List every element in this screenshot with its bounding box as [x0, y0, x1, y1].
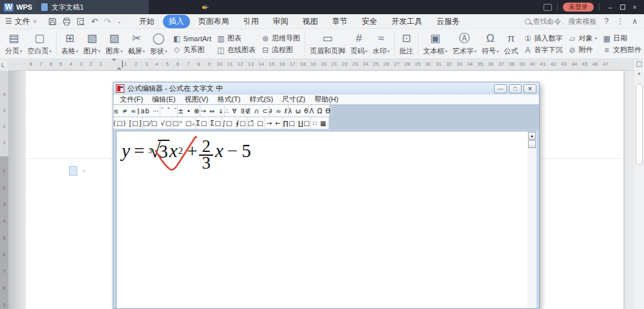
document-tab[interactable]: 文字文稿1 — [36, 0, 149, 14]
symbol-palette-1[interactable]: ≤ ≠ ≈ — [113, 105, 138, 117]
ribbon-item-table[interactable]: ⊞表格▾ — [59, 30, 81, 58]
redo-button[interactable]: ↷ — [104, 17, 111, 26]
equation-canvas[interactable]: y = 3√3x2 + 2 3 x − 5 — [116, 131, 527, 308]
tab-开发工具[interactable]: 开发工具 — [386, 15, 428, 28]
ribbon-item-insertnum[interactable]: ①插入数字 — [524, 33, 563, 43]
ribbon-item-smartart[interactable]: ◧SmartArt — [173, 34, 211, 43]
device-sync-icon[interactable] — [544, 4, 552, 11]
dialog-menu-F[interactable]: 文件(F) — [120, 95, 143, 104]
dialog-menu-V[interactable]: 视图(V) — [185, 95, 209, 104]
tab-审阅[interactable]: 审阅 — [267, 15, 294, 28]
onlinechart-icon: ◫ — [216, 46, 225, 55]
ribbon-item-comment[interactable]: ⊡批注 — [397, 30, 416, 58]
ribbon-item-relation[interactable]: ◇关系图 — [173, 45, 211, 55]
tab-引用[interactable]: 引用 — [238, 15, 265, 28]
dialog-minimize-button[interactable]: — — [494, 84, 507, 93]
tab-云服务[interactable]: 云服务 — [431, 15, 466, 28]
tab-开始[interactable]: 开始 — [133, 15, 160, 28]
tab-插入[interactable]: 插入 — [163, 15, 190, 28]
ribbon-item-pagebreak[interactable]: ▤分页▾ — [3, 30, 25, 58]
symbol-palette-6[interactable]: ∴ ∀ ∃ — [225, 105, 245, 117]
symbol-palette-4[interactable]: ± • ⊗ — [178, 105, 200, 117]
ribbon-item-formula[interactable]: π公式 — [502, 30, 521, 58]
template-palette-4[interactable]: Σ□ Σ□ — [196, 117, 222, 129]
ribbon-item-pagenum[interactable]: #页码▾ — [348, 30, 370, 58]
undo-button[interactable]: ↶ — [91, 17, 98, 26]
ribbon-item-onlinechart[interactable]: ◫在线图表 — [216, 45, 256, 55]
dialog-menu-T[interactable]: 格式(T) — [217, 95, 240, 104]
symbol-palette-2[interactable]: ⌊ab ⋯ — [138, 105, 161, 117]
main-scrollbar[interactable]: ▲ — [634, 60, 644, 309]
print-button[interactable] — [62, 17, 71, 26]
new-tab-button[interactable]: + — [198, 0, 214, 14]
wps-logo[interactable]: W WPS — [0, 0, 36, 14]
symbol-palette-8[interactable]: ∂ ∞ ℓ — [269, 105, 289, 117]
symbol-palette-3[interactable]: ´ ˆ ¨ — [160, 105, 178, 117]
dialog-title-bar[interactable]: 公式编辑器 - 公式在 文字文 中 — □ ✕ — [113, 82, 539, 95]
ribbon-item-headerfooter[interactable]: ▭页眉和页脚 — [307, 30, 348, 58]
dialog-menu-S[interactable]: 样式(S) — [249, 95, 273, 104]
dialog-menu-Z[interactable]: 尺寸(Z) — [282, 95, 305, 104]
vertical-ruler[interactable]: 123456789 4321 — [0, 71, 8, 309]
template-palette-7[interactable]: → ← — [265, 117, 283, 129]
file-menu-button[interactable]: ☰ 文件 ∨ — [0, 16, 42, 27]
tab-章节[interactable]: 章节 — [327, 15, 354, 28]
template-palette-2[interactable]: □⁄□ √□ — [143, 117, 173, 129]
login-badge[interactable]: 未登录 — [563, 3, 594, 12]
tab-视图[interactable]: 视图 — [297, 15, 324, 28]
more-options-button[interactable]: ⋮ — [616, 17, 624, 26]
ribbon-item-attach[interactable]: ⊘附件 — [568, 45, 598, 55]
save-button[interactable] — [48, 17, 57, 26]
ribbon-item-shapes[interactable]: ◯形状▾ — [147, 30, 170, 58]
template-palette-9[interactable]: ∷ ▦ — [311, 117, 329, 129]
ruler-toggle-icon[interactable] — [636, 61, 642, 67]
dialog-menu-H[interactable]: 帮助(H) — [314, 95, 338, 104]
maximize-button[interactable] — [617, 2, 628, 12]
symbol-palette-10[interactable]: Λ Ω Θ — [309, 105, 332, 117]
template-palette-8[interactable]: ∏□ ∐□ — [283, 117, 311, 129]
dialog-close-button[interactable]: ✕ — [524, 84, 536, 93]
ribbon-item-gallery[interactable]: ▨图库▾ — [103, 30, 126, 58]
dialog-scrollbar-thumb[interactable] — [528, 140, 536, 148]
ribbon-item-dropcap[interactable]: A首字下沉 — [524, 45, 563, 55]
scroll-up-icon[interactable]: ▲ — [634, 71, 644, 75]
dialog-scrollbar[interactable]: ▲ — [527, 131, 536, 308]
dialog-maximize-button[interactable]: □ — [509, 84, 522, 93]
dialog-menu-E[interactable]: 编辑(E) — [152, 95, 176, 104]
tab-页面布局[interactable]: 页面布局 — [193, 15, 235, 28]
search-command-box[interactable]: 查找命令、搜索模板 — [525, 17, 597, 26]
qat-more-button[interactable]: ⌄ — [117, 18, 122, 24]
ribbon-item-textbox[interactable]: ▣文本框▾ — [421, 30, 450, 58]
symbol-palette-9[interactable]: λ ω θ — [289, 105, 310, 117]
ribbon-item-watermark[interactable]: ≈水印▾ — [370, 30, 393, 58]
ribbon-item-symbol[interactable]: Ω符号▾ — [479, 30, 502, 58]
symbol-palette-7[interactable]: ∉ ∩ ⊂ — [245, 105, 269, 117]
template-palette-3[interactable]: □ⁿ □ₙ — [173, 117, 196, 129]
ribbon-item-object[interactable]: ▱对象▾ — [568, 33, 598, 43]
ribbon-item-flowchart[interactable]: ⊟流程图 — [261, 45, 300, 55]
insert-helper-icon[interactable] — [69, 166, 77, 176]
dialog-scroll-up-icon[interactable]: ▲ — [528, 132, 536, 140]
close-button[interactable]: × — [629, 2, 640, 12]
tabstop-icon[interactable]: L — [1, 62, 5, 68]
ribbon-item-chart[interactable]: ▥图表 — [216, 33, 256, 43]
tab-安全[interactable]: 安全 — [356, 15, 383, 28]
help-button[interactable]: ? — [605, 17, 609, 26]
ribbon-item-blankpage[interactable]: ▢空白页▾ — [25, 30, 55, 58]
ribbon-item-picture[interactable]: ▧图片▾ — [81, 30, 104, 58]
template-palette-1[interactable]: (□) [□] — [113, 117, 143, 129]
ribbon-item-date[interactable]: ▦日期 — [602, 33, 644, 43]
template-palette-5[interactable]: ∫□ ∮□ — [222, 117, 247, 129]
collapse-ribbon-button[interactable]: ∧ — [632, 17, 638, 26]
minimize-button[interactable]: – — [605, 2, 616, 12]
ribbon-item-screenshot[interactable]: ✂截屏▾ — [126, 30, 148, 58]
print-preview-button[interactable] — [77, 17, 85, 26]
indent-marker[interactable] — [111, 61, 117, 70]
horizontal-ruler[interactable]: L 87654321123456789101112131415161718192… — [8, 60, 634, 71]
ribbon-item-mindmap[interactable]: ⊛思维导图 — [261, 33, 300, 43]
main-scrollbar-thumb[interactable] — [636, 84, 643, 165]
symbol-palette-5[interactable]: → ⇔ ↓ — [200, 105, 225, 117]
template-palette-6[interactable]: □̄ □ — [247, 117, 265, 129]
ribbon-item-docpart[interactable]: ≡文档部件▾ — [602, 45, 644, 55]
ribbon-item-wordart[interactable]: Ⓐ艺术字▾ — [450, 30, 480, 58]
